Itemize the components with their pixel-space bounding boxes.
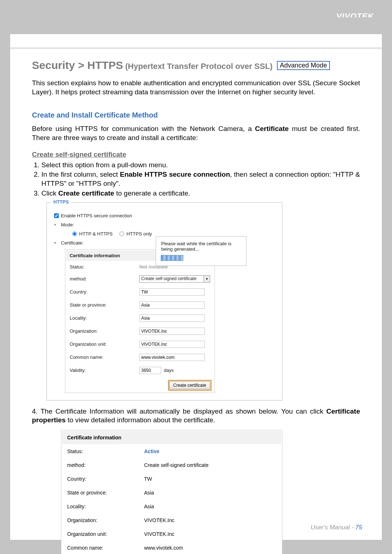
commonname-row: Common name:	[66, 351, 214, 364]
steps-list: Select this option from a pull-down menu…	[32, 161, 360, 198]
info2-orgunit-value: VIVOTEK.Inc	[139, 528, 281, 541]
info2-status-row: Status: Active	[62, 445, 281, 458]
cert-info2-header-label: Certificate information	[62, 431, 281, 444]
info2-orgunit-row: Organization unit: VIVOTEK.Inc	[62, 528, 281, 541]
step-3: Click Create certificate to generate a c…	[41, 189, 360, 198]
enable-https-label: Enable HTTPS secure connection	[61, 213, 132, 218]
info2-org-row: Organization: VIVOTEK.Inc	[62, 514, 281, 527]
mode-options-row: HTTP & HTTPS HTTPS only	[54, 231, 275, 237]
section-heading: Create and Install Certificate Method	[32, 111, 360, 119]
country-row: Country:	[66, 286, 214, 298]
info2-country-label: Country:	[62, 472, 138, 485]
validity-input[interactable]	[139, 367, 161, 374]
info2-state-label: State or province:	[62, 486, 138, 499]
chevron-down-icon: ▾	[54, 241, 59, 245]
info2-method-value: Create self-signed certificate	[139, 459, 281, 472]
mode-label: Mode:	[61, 222, 74, 227]
horizontal-rule	[10, 48, 382, 48]
bold-text: Create certificate	[58, 189, 114, 197]
orgunit-row: Organization unit:	[66, 338, 214, 350]
body-text: Before using HTTPS for communication wit…	[32, 125, 255, 132]
generating-popup: Please wait while the certificate is bei…	[156, 236, 246, 266]
bold-text: Enable HTTPS secure connection	[120, 171, 230, 178]
sub-heading: Create self-signed certificate	[32, 151, 360, 159]
info2-cn-row: Common name: www.vivotek.com	[62, 541, 281, 554]
organization-input[interactable]	[139, 328, 205, 335]
step-4: 4. The Certificate Information will auto…	[32, 407, 360, 425]
locality-label: Locality:	[66, 312, 135, 324]
enable-https-checkbox[interactable]	[54, 213, 59, 218]
info2-method-row: method: Create self-signed certificate	[62, 459, 281, 472]
chevron-down-icon: ▾	[54, 222, 59, 227]
commonname-label: Common name:	[66, 351, 135, 364]
country-label: Country:	[66, 286, 135, 298]
organization-label: Organization:	[66, 325, 135, 337]
orgunit-input[interactable]	[139, 341, 205, 348]
panel-legend: HTTPS	[51, 199, 71, 205]
info2-org-label: Organization:	[62, 514, 138, 527]
create-btn-row: Create certificate	[66, 377, 214, 392]
create-certificate-button[interactable]: Create certificate	[169, 381, 210, 389]
page-number: 75	[355, 524, 362, 531]
info2-locality-label: Locality:	[62, 500, 138, 513]
method-dropdown[interactable]: Create self-signed certificate ▼	[139, 275, 210, 283]
body-paragraph: Before using HTTPS for communication wit…	[32, 124, 360, 142]
cert-info2-header: Certificate information	[62, 431, 281, 444]
step-text: In the first column, select	[41, 171, 120, 178]
info2-country-row: Country: TW	[62, 472, 281, 485]
step-1: Select this option from a pull-down menu…	[41, 161, 360, 170]
info2-locality-row: Locality: Asia	[62, 500, 281, 513]
validity-label: Validity:	[66, 364, 135, 377]
info2-status-value: Active	[144, 448, 159, 454]
state-row: State or province:	[66, 299, 214, 311]
method-label: method:	[66, 273, 135, 285]
dropdown-arrow-icon: ▼	[204, 276, 210, 282]
validity-unit: days	[164, 368, 173, 373]
page-header-strip	[10, 17, 382, 34]
country-input[interactable]	[139, 288, 205, 296]
progress-bar	[161, 255, 183, 260]
info2-state-value: Asia	[139, 486, 281, 499]
advanced-mode-badge: Advanced Mode	[277, 61, 330, 70]
info2-cn-label: Common name:	[62, 541, 138, 554]
page-title: Security > HTTPS (Hypertext Transfer Pro…	[32, 59, 360, 71]
commonname-input[interactable]	[139, 354, 205, 361]
method-row: method: Create self-signed certificate ▼	[66, 273, 214, 285]
intro-paragraph: This section explains how to enable auth…	[32, 79, 360, 97]
organization-row: Organization:	[66, 325, 214, 337]
enable-https-row: Enable HTTPS secure connection	[54, 213, 275, 218]
step-text: Click	[41, 189, 58, 197]
https-config-panel: HTTPS Enable HTTPS secure connection ▾ M…	[46, 202, 282, 401]
certificate-label: Certificate:	[61, 240, 83, 246]
state-input[interactable]	[139, 301, 205, 309]
info2-method-label: method:	[62, 459, 138, 472]
certificate-form-table: Certificate information Status: Not inst…	[65, 249, 215, 393]
mode-row: ▾ Mode:	[54, 222, 275, 227]
page-footer: User's Manual - 75	[311, 524, 362, 531]
step-2: In the first column, select Enable HTTPS…	[41, 170, 360, 188]
status-label: Status:	[66, 262, 135, 272]
info2-orgunit-label: Organization unit:	[62, 528, 138, 541]
step-text: to generate a certificate.	[114, 189, 190, 197]
certificate-info-table: Certificate information Status: Active m…	[61, 430, 282, 554]
generating-message: Please wait while the certificate is bei…	[161, 241, 241, 252]
info2-cn-value: www.vivotek.com	[139, 541, 281, 554]
validity-row: Validity: days	[66, 364, 214, 377]
orgunit-label: Organization unit:	[66, 338, 135, 350]
document-page: Security > HTTPS (Hypertext Transfer Pro…	[10, 17, 382, 540]
http-https-radio[interactable]	[72, 231, 77, 236]
locality-row: Locality:	[66, 312, 214, 324]
https-only-label: HTTPS only	[126, 231, 152, 237]
locality-input[interactable]	[139, 315, 205, 322]
info2-country-value: TW	[139, 472, 281, 485]
http-https-label: HTTP & HTTPS	[79, 231, 113, 237]
method-selected: Create self-signed certificate	[141, 276, 196, 281]
title-sub: (Hypertext Transfer Protocol over SSL)	[123, 62, 275, 71]
info2-org-value: VIVOTEK.Inc	[139, 514, 281, 527]
step-text: to view detailed information about the c…	[66, 416, 215, 424]
https-only-radio[interactable]	[119, 231, 124, 236]
info2-state-row: State or province: Asia	[62, 486, 281, 499]
info2-status-label: Status:	[62, 445, 138, 458]
step-text: 4. The Certificate Information will auto…	[32, 407, 326, 415]
state-label: State or province:	[66, 299, 135, 311]
